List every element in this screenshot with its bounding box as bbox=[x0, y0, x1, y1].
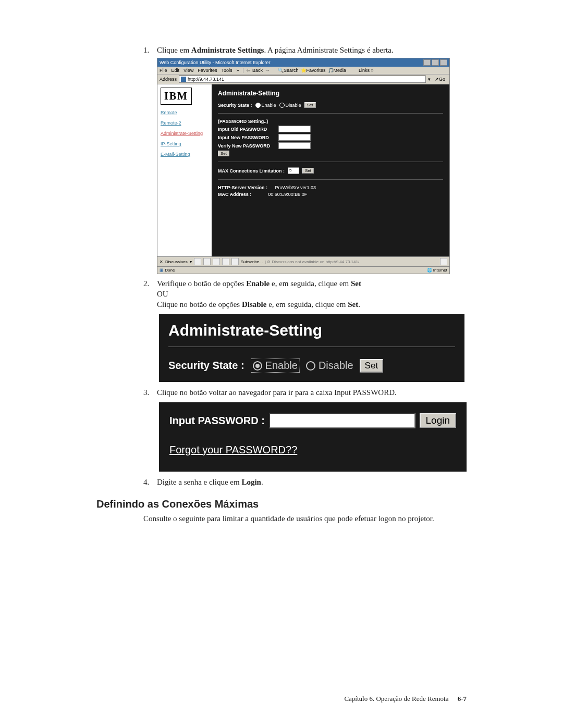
document-page: 1. Clique em Administrate Settings. A pá… bbox=[0, 0, 563, 728]
go-label: Go bbox=[439, 77, 445, 82]
text-fragment: . bbox=[261, 478, 263, 486]
subscribe-link[interactable]: Subscribe... bbox=[241, 260, 263, 264]
status-bar: ▣ Done 🌐 Internet bbox=[157, 266, 449, 274]
disable-label: Disable bbox=[319, 360, 353, 372]
new-password-label: Input New PASSWORD bbox=[218, 135, 275, 140]
discuss-icon[interactable] bbox=[231, 258, 239, 265]
menu-edit[interactable]: Edit bbox=[172, 68, 180, 73]
disable-label: Disable bbox=[286, 103, 301, 108]
old-password-input[interactable] bbox=[278, 126, 311, 132]
discussions-message: Discussions not available on http://9.44… bbox=[272, 260, 359, 264]
discussions-label[interactable]: Discussions bbox=[165, 260, 188, 264]
menu-tools[interactable]: Tools bbox=[221, 68, 232, 73]
favorites-button[interactable]: ⭐Favorites bbox=[301, 68, 326, 73]
forward-button[interactable]: → bbox=[265, 68, 270, 73]
page-footer: Capítulo 6. Operação de Rede Remota 6-7 bbox=[344, 695, 467, 703]
password-input[interactable] bbox=[269, 413, 415, 428]
disable-radio[interactable]: Disable bbox=[279, 103, 301, 108]
text-bold: Set bbox=[348, 300, 358, 309]
window-titlebar: Web Configuration Utility - Microsoft In… bbox=[157, 58, 449, 67]
address-input[interactable]: http://9.44.73.141 bbox=[179, 76, 426, 83]
step-text-alt: Clique no botão de opções Disable e, em … bbox=[157, 300, 467, 309]
enable-radio[interactable]: Enable bbox=[251, 359, 300, 373]
password-set-button[interactable]: Set bbox=[218, 151, 229, 156]
step-number: 3. bbox=[143, 388, 149, 397]
discuss-icon[interactable] bbox=[213, 258, 220, 265]
step-text: Clique em Administrate Settings. A págin… bbox=[157, 46, 394, 54]
enable-label: Enable bbox=[262, 103, 276, 108]
set-button[interactable]: Set bbox=[304, 102, 316, 108]
max-set-button[interactable]: Set bbox=[302, 168, 314, 174]
chapter-label: Capítulo 6. Operação de Rede Remota bbox=[344, 695, 448, 702]
step-or: OU bbox=[157, 290, 467, 299]
text-bold: Administrate Settings bbox=[191, 46, 264, 54]
window-buttons bbox=[423, 59, 447, 66]
old-password-label: Input Old PASSWORD bbox=[218, 127, 275, 132]
text-bold: Set bbox=[351, 279, 361, 288]
menu-more[interactable]: » bbox=[236, 68, 239, 73]
enable-radio[interactable]: Enable bbox=[255, 103, 276, 108]
address-dropdown[interactable]: ▾ bbox=[428, 77, 431, 82]
favorites-label: Favorites bbox=[307, 68, 326, 73]
address-bar: Address http://9.44.73.141 ▾ ↗Go bbox=[157, 75, 449, 84]
back-label: Back bbox=[252, 68, 263, 73]
step-number: 2. bbox=[143, 279, 149, 288]
forgot-password-link[interactable]: Forgot your PASSWORD?? bbox=[169, 444, 297, 455]
menu-favorites[interactable]: Favorites bbox=[198, 68, 217, 73]
step-text: Digite a senha e clique em Login. bbox=[157, 478, 263, 486]
panel-heading: Administrate-Setting bbox=[218, 90, 443, 97]
text-bold: Login bbox=[241, 478, 261, 486]
search-button[interactable]: 🔍Search bbox=[278, 68, 299, 73]
nav-email-setting[interactable]: E-Mail-Setting bbox=[161, 152, 209, 157]
verify-password-input[interactable] bbox=[278, 142, 311, 149]
step-3: 3. Clique no botão voltar ao navegador p… bbox=[143, 388, 467, 472]
step-text: Verifique o botão de opções Enable e, em… bbox=[157, 279, 361, 288]
new-password-input[interactable] bbox=[278, 134, 311, 141]
internet-zone-icon: 🌐 bbox=[427, 268, 432, 273]
discussions-close[interactable]: ✕ bbox=[160, 260, 163, 264]
go-button[interactable]: ↗Go bbox=[433, 77, 447, 82]
page-number: 6-7 bbox=[458, 695, 467, 702]
nav-remote[interactable]: Remote bbox=[161, 110, 209, 115]
step-number: 4. bbox=[143, 478, 149, 487]
address-label: Address bbox=[160, 77, 177, 82]
step-number: 1. bbox=[143, 46, 149, 55]
disable-radio[interactable]: Disable bbox=[306, 360, 353, 372]
maximize-button[interactable] bbox=[432, 59, 439, 66]
security-state-label: Security State : bbox=[168, 360, 244, 372]
back-button[interactable]: ⇦ Back bbox=[247, 68, 263, 73]
password-label: Input PASSWORD : bbox=[169, 415, 265, 427]
max-connections-input[interactable]: 5 bbox=[288, 167, 299, 174]
nav-admin-setting[interactable]: Administrate-Setting bbox=[161, 131, 209, 136]
nav-ip-setting[interactable]: IP-Setting bbox=[161, 141, 209, 146]
discuss-expand-icon[interactable] bbox=[440, 258, 447, 265]
step-1: 1. Clique em Administrate Settings. A pá… bbox=[143, 46, 467, 274]
text-bold: Enable bbox=[246, 279, 270, 288]
instruction-list: 1. Clique em Administrate Settings. A pá… bbox=[143, 46, 467, 487]
section-heading: Definindo as Conexões Máximas bbox=[96, 498, 467, 510]
menu-view[interactable]: View bbox=[183, 68, 193, 73]
nav-remote2[interactable]: Remote-2 bbox=[161, 120, 209, 126]
set-button[interactable]: Set bbox=[360, 359, 384, 373]
menu-file[interactable]: File bbox=[160, 68, 167, 73]
radio-icon bbox=[306, 361, 315, 371]
http-version-label: HTTP-Server Version : bbox=[218, 185, 267, 190]
ie-page-icon bbox=[181, 77, 186, 82]
media-button[interactable]: 🎵Media bbox=[328, 68, 347, 73]
search-label: Search bbox=[284, 68, 299, 73]
admin-title: Administrate-Setting bbox=[168, 322, 455, 339]
discuss-icon[interactable] bbox=[203, 258, 211, 265]
text-bold: Disable bbox=[242, 300, 267, 309]
step-text: Clique no botão voltar ao navegador para… bbox=[157, 388, 397, 397]
minimize-button[interactable] bbox=[423, 59, 431, 66]
links-label[interactable]: Links bbox=[359, 68, 370, 73]
text-fragment: Verifique o botão de opções bbox=[157, 279, 246, 288]
text-fragment: e, em seguida, clique em bbox=[270, 279, 351, 288]
links-more[interactable]: » bbox=[371, 68, 374, 73]
max-connections-label: MAX Connections Limitation : bbox=[218, 168, 285, 174]
close-button[interactable] bbox=[440, 59, 447, 66]
discuss-icon[interactable] bbox=[194, 258, 201, 265]
login-button[interactable]: Login bbox=[420, 413, 457, 428]
text-fragment: Digite a senha e clique em bbox=[157, 478, 241, 486]
discuss-icon[interactable] bbox=[222, 258, 229, 265]
